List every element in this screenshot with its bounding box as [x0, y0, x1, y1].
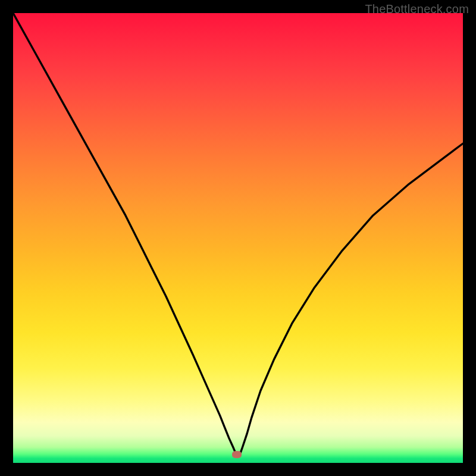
plot-area [13, 13, 463, 463]
watermark-text: TheBottleneck.com [365, 2, 469, 16]
chart-frame: TheBottleneck.com [0, 0, 476, 476]
optimum-marker [232, 451, 242, 458]
curve-layer [13, 13, 463, 463]
bottleneck-curve [13, 13, 463, 453]
